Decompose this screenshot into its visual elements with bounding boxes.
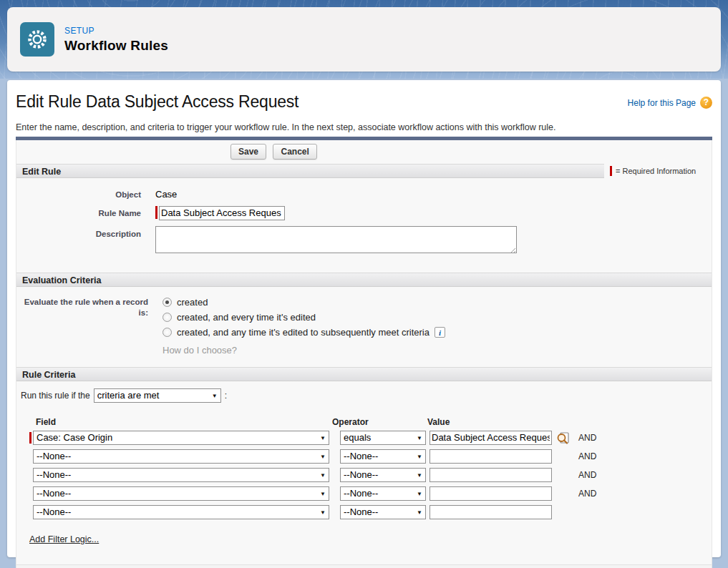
- lookup-icon[interactable]: [556, 431, 571, 445]
- value-column-header: Value: [426, 417, 550, 427]
- edit-rule-section-body: Object Case Rule Name Description: [16, 178, 712, 273]
- object-value: Case: [155, 187, 177, 200]
- operator-select[interactable]: --None--: [340, 449, 426, 464]
- rule-name-input[interactable]: [159, 206, 285, 220]
- object-row: Object Case: [16, 187, 712, 200]
- value-input[interactable]: [429, 431, 552, 445]
- required-bar-icon: [610, 166, 612, 176]
- radio-option-created-subsequently-meet[interactable]: created, and any time it's edited to sub…: [162, 327, 445, 338]
- evaluate-when-label: Evaluate the rule when a record is:: [16, 297, 148, 356]
- setup-header-card: SETUP Workflow Rules: [7, 7, 721, 72]
- page: SETUP Workflow Rules Edit Rule Data Subj…: [0, 0, 728, 568]
- radio-label: created, and any time it's edited to sub…: [177, 327, 429, 338]
- object-label: Object: [16, 187, 141, 200]
- field-select[interactable]: Case: Case Origin: [33, 431, 329, 445]
- operator-column-header: Operator: [329, 417, 426, 427]
- radio-label: created, and every time it's edited: [177, 312, 316, 323]
- evaluation-criteria-section-title: Evaluation Criteria: [16, 273, 712, 287]
- top-button-row: Save Cancel: [16, 140, 712, 164]
- how-do-i-choose-link[interactable]: How do I choose?: [162, 345, 445, 356]
- cancel-button[interactable]: Cancel: [273, 144, 316, 160]
- operator-select[interactable]: equals: [340, 431, 426, 445]
- value-input[interactable]: [429, 486, 552, 501]
- rule-criteria-body: Run this rule if the criteria are met : …: [16, 381, 712, 555]
- operator-select[interactable]: --None--: [340, 505, 426, 519]
- edit-rule-section-header-row: Edit Rule = Required Information: [16, 164, 712, 178]
- page-title: Edit Rule Data Subject Access Request: [16, 92, 299, 112]
- description-field-wrap: [155, 226, 517, 255]
- criteria-row: Case: Case Origin equals AND: [29, 430, 712, 446]
- bottom-button-row: Save Cancel: [16, 565, 712, 568]
- radio-option-created[interactable]: created: [162, 297, 445, 308]
- description-textarea[interactable]: [155, 226, 517, 253]
- edit-rule-section-title: Edit Rule: [16, 164, 604, 178]
- run-rule-label: Run this rule if the: [21, 391, 90, 401]
- and-label: AND: [578, 451, 601, 461]
- description-label: Description: [16, 226, 141, 255]
- field-select[interactable]: --None--: [33, 449, 329, 464]
- run-rule-row: Run this rule if the criteria are met :: [16, 388, 712, 403]
- add-filter-logic-link[interactable]: Add Filter Logic...: [29, 534, 99, 544]
- and-label: AND: [578, 470, 601, 480]
- criteria-row: --None-- --None-- AND: [29, 467, 712, 483]
- rule-name-row: Rule Name: [16, 206, 712, 220]
- setup-banner: SETUP Workflow Rules: [0, 0, 728, 79]
- footer-divider: [16, 555, 712, 565]
- field-column-header: Field: [29, 417, 329, 427]
- required-legend-text: = Required Information: [616, 167, 696, 175]
- required-bar-icon: [155, 206, 157, 219]
- criteria-row: --None-- --None--: [29, 504, 712, 520]
- rule-criteria-section-title: Rule Criteria: [16, 367, 712, 381]
- criteria-row: --None-- --None-- AND: [29, 449, 712, 464]
- radio-option-created-every-edit[interactable]: created, and every time it's edited: [162, 312, 445, 323]
- run-rule-suffix: :: [225, 391, 227, 401]
- value-input[interactable]: [429, 468, 552, 482]
- value-input[interactable]: [429, 505, 552, 519]
- operator-select[interactable]: --None--: [340, 486, 426, 501]
- radio-button[interactable]: [162, 328, 172, 337]
- rule-name-label: Rule Name: [16, 206, 141, 220]
- description-row: Description: [16, 226, 712, 255]
- criteria-mode-select[interactable]: criteria are met: [94, 388, 221, 403]
- radio-label: created: [177, 297, 208, 308]
- evaluation-options: created created, and every time it's edi…: [162, 297, 445, 356]
- save-button[interactable]: Save: [230, 144, 266, 160]
- criteria-table: Field Operator Value Case: Case Origin e…: [16, 417, 712, 520]
- gear-tile: [20, 22, 54, 57]
- radio-button[interactable]: [162, 313, 172, 322]
- rule-name-field-wrap: [155, 206, 285, 220]
- help-icon[interactable]: ?: [700, 97, 712, 109]
- value-input[interactable]: [429, 449, 552, 464]
- operator-select[interactable]: --None--: [340, 468, 426, 482]
- and-label: AND: [578, 433, 601, 443]
- info-icon[interactable]: i: [435, 327, 445, 338]
- field-select[interactable]: --None--: [33, 505, 329, 519]
- help-area: Help for this Page ?: [628, 92, 712, 109]
- criteria-row: --None-- --None-- AND: [29, 486, 712, 501]
- radio-button[interactable]: [162, 298, 172, 307]
- main-card: Edit Rule Data Subject Access Request He…: [7, 80, 721, 557]
- title-row: Edit Rule Data Subject Access Request He…: [16, 80, 712, 112]
- page-description: Enter the name, description, and criteri…: [16, 122, 712, 132]
- evaluation-criteria-body: Evaluate the rule when a record is: crea…: [16, 287, 712, 367]
- banner-text: SETUP Workflow Rules: [64, 26, 168, 54]
- field-select[interactable]: --None--: [33, 468, 329, 482]
- required-bar-icon: [29, 432, 31, 444]
- and-label: AND: [578, 489, 601, 499]
- banner-title: Workflow Rules: [64, 38, 168, 54]
- setup-eyebrow: SETUP: [64, 26, 168, 36]
- help-link[interactable]: Help for this Page: [628, 98, 696, 108]
- criteria-header-row: Field Operator Value: [29, 417, 712, 427]
- edit-form: Save Cancel Edit Rule = Required Informa…: [16, 140, 712, 568]
- field-select[interactable]: --None--: [33, 486, 329, 501]
- gear-icon: [26, 28, 49, 51]
- required-info-legend: = Required Information: [604, 166, 712, 176]
